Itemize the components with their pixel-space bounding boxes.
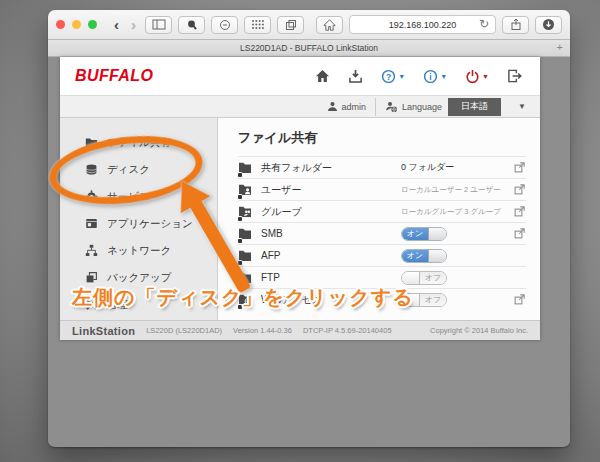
sidebar-item-file-sharing[interactable]: ファイル共有 xyxy=(60,129,217,156)
group-badge xyxy=(237,216,243,222)
downloads-icon xyxy=(542,18,555,31)
tab-bar: LS220D1AD - BUFFALO LinkStation + xyxy=(48,40,570,57)
downloads-button[interactable] xyxy=(535,16,562,34)
extension-clip-button[interactable] xyxy=(211,16,238,34)
duplicate-tab-button[interactable] xyxy=(277,16,304,34)
row-users[interactable]: ユーザー ローカルユーザー 2 ユーザー xyxy=(238,178,526,200)
afp-toggle[interactable]: オン xyxy=(401,249,447,263)
open-settings-icon[interactable] xyxy=(512,181,526,199)
download-tray-icon xyxy=(348,69,363,83)
ftp-toggle-wrap: オフ xyxy=(401,271,512,285)
language-label: Language xyxy=(402,102,442,112)
smb-toggle[interactable]: オン xyxy=(401,227,447,241)
afp-icon xyxy=(238,249,252,261)
open-settings-icon[interactable] xyxy=(512,291,526,309)
close-window-button[interactable] xyxy=(56,20,65,29)
page-header: BUFFALO ? ▼ i ▼ xyxy=(60,57,540,95)
webaccess-toggle[interactable]: オフ xyxy=(401,293,447,307)
ftp-badge xyxy=(237,282,243,288)
username: admin xyxy=(342,102,367,112)
grid-dots-icon xyxy=(251,19,265,30)
tools-icon xyxy=(85,298,98,311)
ftp-toggle[interactable]: オフ xyxy=(401,271,447,285)
back-button[interactable]: ‹ xyxy=(111,17,122,32)
logout-icon xyxy=(507,69,522,83)
help-menu[interactable]: ? ▼ xyxy=(376,69,410,84)
backup-icon xyxy=(85,271,98,284)
toggle-knob xyxy=(428,228,446,240)
sidebar-item-backup[interactable]: バックアップ xyxy=(60,264,217,291)
row-smb[interactable]: SMB オン xyxy=(238,222,526,244)
reload-icon[interactable]: ↻ xyxy=(479,17,489,31)
row-afp[interactable]: AFP オン xyxy=(238,244,526,266)
disk-icon xyxy=(85,163,98,176)
language-selector[interactable]: Language 日本語 xyxy=(375,98,510,116)
svg-text:i: i xyxy=(429,71,431,81)
sidebar-item-management[interactable]: 管理 xyxy=(60,291,217,318)
row-ftp[interactable]: FTP オフ xyxy=(238,266,526,288)
new-tab-button[interactable]: + xyxy=(557,41,563,53)
help-icon: ? xyxy=(381,69,396,84)
download-button[interactable] xyxy=(343,69,368,83)
afp-badge xyxy=(237,260,243,266)
sidebar-item-network[interactable]: ネットワーク xyxy=(60,237,217,264)
home-icon xyxy=(315,69,330,83)
logged-in-user: admin xyxy=(318,101,376,112)
open-settings-icon[interactable] xyxy=(512,159,526,177)
footer-model: LS220D (LS220D1AD) xyxy=(146,326,222,335)
sidebar-item-services[interactable]: サービス xyxy=(60,183,217,210)
open-settings-icon[interactable] xyxy=(512,225,526,243)
circle-dash-icon xyxy=(219,19,231,31)
language-icon xyxy=(385,101,398,113)
forward-button[interactable]: › xyxy=(128,17,139,32)
window-controls xyxy=(56,20,97,29)
toggle-knob xyxy=(402,272,420,284)
app-grid-button[interactable] xyxy=(244,16,271,34)
sidebar-item-disk[interactable]: ディスク xyxy=(60,156,217,183)
svg-text:?: ? xyxy=(386,71,391,81)
groups-icon xyxy=(238,205,252,217)
language-dropdown-caret[interactable]: ▼ xyxy=(510,102,530,111)
header-actions: ? ▼ i ▼ ▼ xyxy=(310,69,527,84)
folder-icon xyxy=(85,136,98,149)
footer-version: Version 1.44-0.36 xyxy=(233,326,292,335)
plus-badge xyxy=(237,172,243,178)
web-badge xyxy=(237,304,243,310)
address-bar[interactable]: 192.168.100.220 ↻ xyxy=(349,15,496,34)
main-panel: ファイル共有 共有フォルダー 0 フォルダー ユーザー ローカルユーザー 2 ユ… xyxy=(218,118,540,320)
language-value-button[interactable]: 日本語 xyxy=(448,98,501,116)
afp-toggle-wrap: オン xyxy=(401,249,512,263)
sidebar-item-applications[interactable]: アプリケーション xyxy=(60,210,217,237)
active-tab[interactable]: LS220D1AD - BUFFALO LinkStation xyxy=(240,43,378,53)
shared-folder-icon xyxy=(238,161,252,173)
chevron-down-icon: ▼ xyxy=(440,73,447,80)
info-menu[interactable]: i ▼ xyxy=(418,69,452,84)
share-icon xyxy=(510,18,522,31)
panel-title: ファイル共有 xyxy=(238,129,526,156)
footer-brand: LinkStation xyxy=(72,325,135,337)
zoom-window-button[interactable] xyxy=(88,20,97,29)
home-button[interactable] xyxy=(310,69,335,83)
minimize-window-button[interactable] xyxy=(72,20,81,29)
users-count: ローカルユーザー 2 ユーザー xyxy=(401,185,512,195)
home-button-browser[interactable] xyxy=(316,16,343,34)
share-button[interactable] xyxy=(502,16,529,34)
logout-button[interactable] xyxy=(502,69,527,83)
footer-copyright: Copyright © 2014 Buffalo Inc. xyxy=(430,326,528,335)
ftp-icon xyxy=(238,271,252,283)
buffalo-logo: BUFFALO xyxy=(75,67,153,85)
power-menu[interactable]: ▼ xyxy=(460,69,494,84)
row-shared-folders[interactable]: 共有フォルダー 0 フォルダー xyxy=(238,156,526,178)
user-icon xyxy=(327,101,338,112)
footer-dtcp: DTCP-IP 4.5.69-20140405 xyxy=(303,326,392,335)
user-badge xyxy=(237,194,243,200)
chevron-down-icon: ▼ xyxy=(482,73,489,80)
info-icon: i xyxy=(423,69,438,84)
extension-pointer-button[interactable] xyxy=(178,16,205,34)
open-settings-icon[interactable] xyxy=(512,203,526,221)
row-groups[interactable]: グループ ローカルグループ 3 グループ xyxy=(238,200,526,222)
groups-count: ローカルグループ 3 グループ xyxy=(401,207,512,217)
row-webaccess[interactable]: Webアクセス オフ xyxy=(238,288,526,310)
webaccess-toggle-wrap: オフ xyxy=(401,293,512,307)
sidebar-toggle-button[interactable] xyxy=(145,16,172,34)
